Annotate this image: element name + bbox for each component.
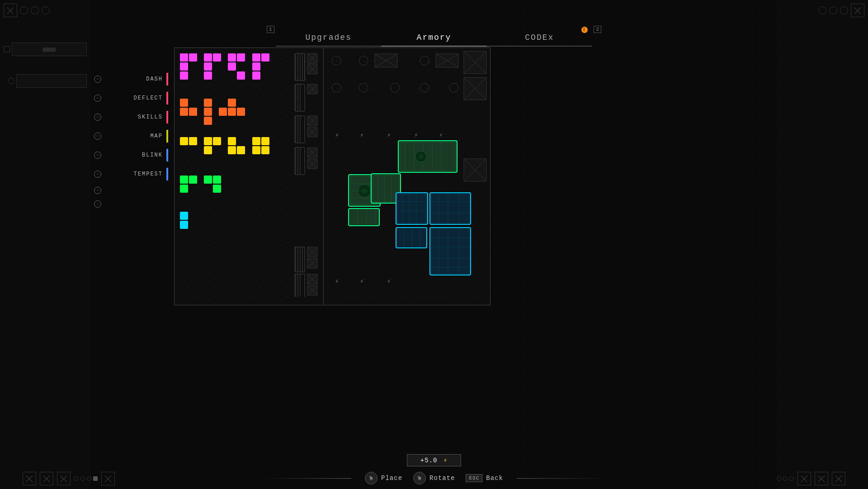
svg-rect-3 bbox=[189, 53, 197, 62]
svg-rect-6 bbox=[213, 53, 221, 62]
svg-rect-1 bbox=[180, 62, 188, 71]
svg-rect-34 bbox=[252, 137, 260, 145]
svg-rect-19 bbox=[204, 99, 212, 107]
svg-rect-17 bbox=[180, 108, 188, 116]
sidebar-item-deflect[interactable]: − DEFLECT bbox=[90, 89, 172, 107]
svg-text:⚡: ⚡ bbox=[360, 278, 363, 285]
tab-armory[interactable]: Armory bbox=[381, 29, 486, 47]
esc-key: ESC bbox=[466, 474, 483, 482]
piece-panel[interactable] bbox=[175, 48, 324, 305]
svg-rect-15 bbox=[252, 71, 260, 80]
svg-rect-39 bbox=[189, 176, 197, 184]
svg-rect-16 bbox=[180, 99, 188, 107]
control-line-left bbox=[261, 478, 351, 479]
svg-rect-11 bbox=[237, 71, 245, 80]
sidebar-bar-skills bbox=[166, 111, 168, 123]
nav-number-left: 1 bbox=[267, 26, 274, 33]
svg-rect-37 bbox=[261, 146, 269, 154]
grid-panel[interactable]: ⚡ ⚡ ⚡ ⚡ ⚡ bbox=[324, 48, 490, 305]
svg-rect-9 bbox=[237, 53, 245, 62]
svg-rect-10 bbox=[228, 62, 236, 71]
deco-circle bbox=[31, 6, 39, 14]
corner-x-icon bbox=[4, 4, 17, 17]
mouse-right-icon: 🖱 bbox=[413, 472, 426, 484]
svg-rect-4 bbox=[204, 53, 212, 62]
sidebar-item-blink[interactable]: − BLINK bbox=[90, 146, 172, 164]
svg-text:⚡: ⚡ bbox=[439, 132, 443, 139]
svg-rect-44 bbox=[180, 212, 188, 220]
main-container: ▓▓▓▓▓▓ 1 Upgrades Armory CODEx ! 2 bbox=[0, 0, 868, 489]
cyan-pieces bbox=[179, 211, 206, 238]
svg-text:⚡: ⚡ bbox=[387, 278, 391, 285]
top-nav: 1 Upgrades Armory CODEx ! 2 bbox=[276, 29, 592, 47]
svg-rect-46 bbox=[295, 53, 305, 81]
minus-icon: − bbox=[94, 171, 101, 178]
sidebar-label-blink: BLINK bbox=[105, 152, 163, 158]
svg-rect-25 bbox=[237, 108, 245, 116]
pink-pieces bbox=[179, 52, 288, 93]
sidebar-item-dash[interactable]: − DASH bbox=[90, 70, 172, 88]
bottom-controls: 🖱 Place 🖱 Rotate ESC Back bbox=[261, 472, 607, 484]
tab-upgrades[interactable]: Upgrades bbox=[276, 29, 381, 47]
svg-rect-150 bbox=[396, 193, 428, 224]
control-back: ESC Back bbox=[466, 474, 503, 482]
place-label: Place bbox=[381, 475, 402, 482]
sidebar-item-tempest[interactable]: − TEMPEST bbox=[90, 165, 172, 183]
sidebar-bar-tempest bbox=[166, 168, 168, 180]
sidebar-item-blank2: − bbox=[90, 198, 172, 210]
minus-icon: − bbox=[94, 187, 101, 194]
energy-display: +5.0 ⚡ bbox=[407, 454, 461, 466]
svg-rect-38 bbox=[180, 176, 188, 184]
svg-rect-45 bbox=[180, 221, 188, 229]
svg-rect-24 bbox=[228, 108, 236, 116]
orange-pieces bbox=[179, 98, 269, 134]
corner-x-bottom bbox=[815, 472, 828, 485]
svg-rect-12 bbox=[252, 53, 260, 62]
rotate-label: Rotate bbox=[429, 475, 455, 482]
svg-rect-41 bbox=[204, 176, 212, 184]
svg-rect-18 bbox=[189, 108, 197, 116]
deco-circle bbox=[42, 6, 50, 14]
minus-icon: − bbox=[94, 152, 101, 159]
minus-icon: − bbox=[94, 76, 101, 83]
corner-x-icon bbox=[851, 4, 864, 17]
deco-right-panel bbox=[778, 0, 868, 489]
svg-rect-22 bbox=[228, 99, 236, 107]
svg-text:⚡: ⚡ bbox=[335, 278, 339, 285]
svg-rect-2 bbox=[180, 71, 188, 80]
deco-left-panel: ▓▓▓▓▓▓ bbox=[0, 0, 90, 489]
sidebar-item-map[interactable]: − MAP bbox=[90, 127, 172, 145]
bottom-deco-left bbox=[23, 472, 115, 485]
energy-value: +5.0 bbox=[420, 457, 438, 464]
sidebar-label-skills: SKILLS bbox=[105, 114, 163, 120]
sidebar-item-blank1: − bbox=[90, 184, 172, 197]
bottom-deco-right bbox=[777, 472, 845, 485]
svg-rect-29 bbox=[204, 146, 212, 154]
svg-rect-32 bbox=[228, 146, 236, 154]
sidebar-label-map: MAP bbox=[105, 133, 163, 139]
svg-rect-65 bbox=[295, 116, 305, 143]
codex-badge: ! bbox=[581, 27, 588, 33]
svg-rect-27 bbox=[189, 137, 197, 145]
svg-rect-164 bbox=[396, 228, 427, 248]
deco-circle bbox=[20, 6, 28, 14]
svg-rect-7 bbox=[204, 71, 212, 80]
svg-rect-31 bbox=[228, 137, 236, 145]
svg-rect-36 bbox=[252, 146, 260, 154]
tab-codex[interactable]: CODEx ! bbox=[487, 29, 592, 47]
control-rotate: 🖱 Rotate bbox=[413, 472, 455, 484]
svg-text:⚡: ⚡ bbox=[414, 132, 418, 139]
sidebar-label-tempest: TEMPEST bbox=[105, 171, 163, 177]
sidebar-bar-blink bbox=[166, 149, 168, 161]
sidebar-bar-dash bbox=[166, 73, 168, 85]
svg-point-106 bbox=[332, 56, 341, 65]
svg-rect-0 bbox=[180, 53, 188, 62]
energy-icon: ⚡ bbox=[443, 457, 448, 464]
sidebar-item-skills[interactable]: − SKILLS bbox=[90, 108, 172, 126]
deco-circle bbox=[840, 6, 848, 14]
svg-rect-30 bbox=[213, 137, 221, 145]
svg-text:⚡: ⚡ bbox=[335, 132, 339, 139]
sidebar-label-deflect: DEFLECT bbox=[105, 95, 163, 101]
svg-point-115 bbox=[332, 83, 341, 92]
control-line-right bbox=[517, 478, 607, 479]
